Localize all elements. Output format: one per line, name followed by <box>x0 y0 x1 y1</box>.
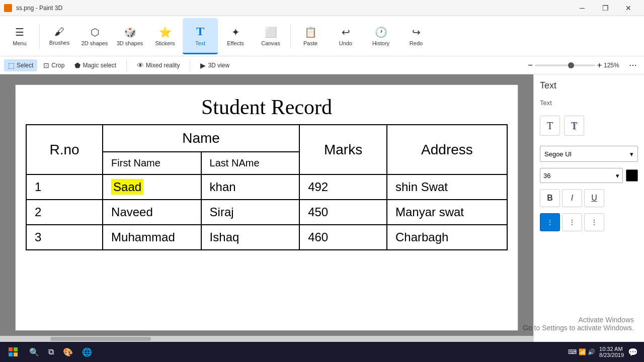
cell-fname-2: Naveed <box>103 200 201 225</box>
zoom-thumb[interactable] <box>568 62 574 68</box>
toolbar-undo[interactable]: ↩ Undo <box>328 18 363 54</box>
secondary-toolbar: ⬚ Select ⊡ Crop ⬟ Magic select 👁 Mixed r… <box>0 56 644 74</box>
toolbar-text-label: Text <box>195 40 205 46</box>
zoom-minus-icon[interactable]: − <box>528 61 532 70</box>
font-selector[interactable]: Segoe UI ▾ <box>540 146 638 162</box>
student-table: R.no Name Marks Address First Name Last … <box>26 124 508 250</box>
toolbar-2dshapes-label: 2D shapes <box>82 40 108 46</box>
svg-rect-0 <box>9 347 13 351</box>
taskbar: 🔍 ⧉ 🎨 🌐 ⌨ 📶 🔊 10:32 AM 8/23/2019 💬 <box>0 342 644 362</box>
taskbar-chrome[interactable]: 🌐 <box>78 343 96 361</box>
toolbar-effects[interactable]: ✦ Effects <box>218 18 253 54</box>
panel-text-label: Text <box>540 99 638 107</box>
svg-rect-2 <box>9 352 13 356</box>
crop-button[interactable]: ⊡ Crop <box>39 59 68 71</box>
color-swatch[interactable] <box>626 169 638 182</box>
italic-icon: I <box>571 194 573 203</box>
select-button[interactable]: ⬚ Select <box>4 59 37 71</box>
header-marks: Marks <box>299 125 387 174</box>
cell-marks-2: 450 <box>299 200 387 225</box>
text-style-fancy[interactable]: T <box>564 116 584 136</box>
zoom-plus-icon[interactable]: + <box>597 61 602 70</box>
paste-icon: 📋 <box>304 26 317 38</box>
cell-address-2: Manyar swat <box>387 200 507 225</box>
select-icon: ⬚ <box>8 61 15 69</box>
cell-rno-3: 3 <box>26 225 103 250</box>
header-rno: R.no <box>26 125 103 174</box>
align-buttons: ⋮ ⋮ ⋮ <box>540 213 638 231</box>
tray-icons: ⌨ 📶 🔊 <box>568 348 595 355</box>
mixed-reality-button[interactable]: 👁 Mixed reality <box>133 59 184 71</box>
3dshapes-icon: 🎲 <box>124 26 136 38</box>
notification-icon[interactable]: 💬 <box>628 347 638 357</box>
svg-rect-1 <box>14 347 18 351</box>
clock: 10:32 AM 8/23/2019 <box>599 346 624 358</box>
bold-button[interactable]: B <box>540 189 560 207</box>
minimize-button[interactable]: ─ <box>571 0 594 16</box>
crop-label: Crop <box>51 62 64 69</box>
align-right-icon: ⋮ <box>591 218 598 226</box>
magic-select-label: Magic select <box>83 62 116 69</box>
text-style-normal[interactable]: T <box>540 116 560 136</box>
toolbar-brushes-label: Brushes <box>49 40 69 46</box>
cell-marks-3: 460 <box>299 225 387 250</box>
table-row: 2 Naveed Siraj 450 Manyar swat <box>26 200 507 225</box>
align-left-icon: ⋮ <box>546 218 553 226</box>
header-address: Address <box>387 125 507 174</box>
align-right-button[interactable]: ⋮ <box>584 213 604 231</box>
zoom-slider[interactable] <box>535 64 595 66</box>
taskbar-paint3d[interactable]: 🎨 <box>59 343 77 361</box>
font-size-selector[interactable]: 36 ▾ <box>540 168 623 183</box>
undo-icon: ↩ <box>342 26 350 38</box>
chrome-icon: 🌐 <box>82 347 92 357</box>
toolbar-history[interactable]: 🕐 History <box>363 18 398 54</box>
toolbar-stickers[interactable]: ⭐ Stickers <box>147 18 183 54</box>
taskbar-search[interactable]: 🔍 <box>25 343 43 361</box>
toolbar-brushes[interactable]: 🖌 Brushes <box>42 18 77 54</box>
panel-title: Text <box>540 80 638 91</box>
align-left-button[interactable]: ⋮ <box>540 213 560 231</box>
toolbar-3dshapes[interactable]: 🎲 3D shapes <box>112 18 147 54</box>
more-button[interactable]: ⋯ <box>626 59 640 71</box>
toolbar-canvas[interactable]: ⬜ Canvas <box>253 18 288 54</box>
italic-button[interactable]: I <box>562 189 582 207</box>
toolbar-paste[interactable]: 📋 Paste <box>293 18 328 54</box>
font-size-dropdown-icon: ▾ <box>616 172 619 179</box>
right-panel: Text Text T T Segoe UI ▾ 36 ▾ B <box>533 74 644 342</box>
bold-icon: B <box>547 194 553 203</box>
font-name: Segoe UI <box>544 150 572 158</box>
toolbar-3dshapes-label: 3D shapes <box>117 40 143 46</box>
content-area: Student Record R.no Name Marks Address F… <box>0 74 644 342</box>
cell-rno-2: 2 <box>26 200 103 225</box>
toolbar-undo-label: Undo <box>339 40 352 46</box>
horizontal-scrollbar[interactable] <box>0 336 533 342</box>
toolbar-paste-label: Paste <box>303 40 317 46</box>
cell-lname-3: Ishaq <box>201 225 300 250</box>
header-firstname: First Name <box>103 152 201 174</box>
toolbar-2dshapes[interactable]: ⬡ 2D shapes <box>77 18 112 54</box>
canvas: Student Record R.no Name Marks Address F… <box>15 84 518 331</box>
maximize-button[interactable]: ❐ <box>594 0 617 16</box>
zoom-area: − + 125% ⋯ <box>528 59 640 71</box>
toolbar-text[interactable]: T Text <box>183 18 218 54</box>
toolbar-menu[interactable]: ☰ Menu <box>2 18 37 54</box>
align-center-button[interactable]: ⋮ <box>562 213 582 231</box>
scroll-thumb[interactable] <box>50 337 151 341</box>
canvas-wrap: Student Record R.no Name Marks Address F… <box>0 74 533 342</box>
toolbar-redo[interactable]: ↪ Redo <box>398 18 434 54</box>
app-icon <box>4 4 12 12</box>
menu-icon: ☰ <box>15 26 24 38</box>
start-button[interactable] <box>2 343 24 361</box>
taskbar-task-view[interactable]: ⧉ <box>44 343 58 361</box>
scroll-area[interactable]: Student Record R.no Name Marks Address F… <box>0 74 533 336</box>
header-lastname: Last NAme <box>201 152 300 174</box>
cell-fname-1: Saad <box>103 174 201 200</box>
header-name: Name <box>103 125 299 152</box>
3d-view-icon: ▶ <box>200 61 206 69</box>
window-controls: ─ ❐ ✕ <box>571 0 640 16</box>
underline-button[interactable]: U <box>584 189 604 207</box>
cell-lname-2: Siraj <box>201 200 300 225</box>
view-3d-button[interactable]: ▶ 3D view <box>196 59 233 71</box>
close-button[interactable]: ✕ <box>617 0 640 16</box>
magic-select-button[interactable]: ⬟ Magic select <box>70 59 120 71</box>
